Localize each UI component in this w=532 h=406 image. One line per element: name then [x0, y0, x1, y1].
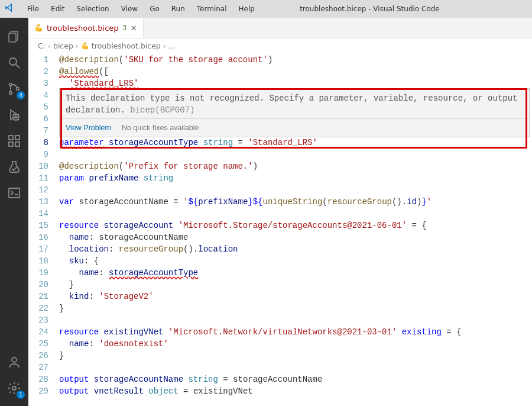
titlebar: File Edit Selection View Go Run Terminal…: [0, 0, 532, 18]
vscode-logo-icon: [5, 3, 14, 15]
menu-run[interactable]: Run: [167, 3, 190, 15]
svg-rect-9: [9, 136, 13, 140]
scm-badge: 4: [17, 91, 25, 99]
window-title: troubleshoot.bicep - Visual Studio Code: [259, 5, 480, 13]
terminal-panel-icon[interactable]: [0, 180, 28, 206]
menu-edit[interactable]: Edit: [46, 3, 69, 15]
menu-help[interactable]: Help: [234, 3, 259, 15]
bicep-file-icon: 💪: [81, 42, 89, 50]
crumb-folder[interactable]: bicep: [53, 41, 73, 50]
close-icon[interactable]: ×: [130, 23, 137, 33]
code-lines[interactable]: @description('SKU for the storage accoun…: [59, 53, 532, 397]
tab-problem-count: 3: [122, 24, 127, 32]
menu-view[interactable]: View: [116, 3, 142, 15]
editor-tabs: 💪 troubleshoot.bicep 3 ×: [28, 18, 532, 38]
menu-bar: File Edit Selection View Go Run Terminal…: [22, 3, 259, 15]
bicep-file-icon: 💪: [34, 24, 43, 32]
svg-point-6: [17, 88, 20, 91]
view-problem-link[interactable]: View Problem: [66, 122, 111, 134]
breadcrumb[interactable]: C: › bicep › 💪 troubleshoot.bicep › ...: [28, 38, 532, 53]
search-icon[interactable]: [0, 50, 28, 76]
editor-area[interactable]: 123 456 789 101112 131415 161718 192021 …: [28, 53, 532, 406]
chevron-right-icon: ›: [48, 41, 51, 50]
svg-rect-11: [15, 142, 20, 146]
chevron-right-icon: ›: [76, 41, 79, 50]
run-debug-icon[interactable]: [0, 102, 28, 128]
svg-rect-1: [9, 33, 16, 42]
activity-bar: 4 1: [0, 18, 28, 406]
chevron-right-icon: ›: [163, 41, 166, 50]
extensions-icon[interactable]: [0, 128, 28, 154]
crumb-file[interactable]: troubleshoot.bicep: [92, 41, 161, 50]
no-quickfix-label: No quick fixes available: [122, 122, 199, 134]
problem-hover: This declaration type is not recognized.…: [59, 88, 530, 137]
source-control-icon[interactable]: 4: [0, 76, 28, 102]
menu-go[interactable]: Go: [145, 3, 164, 15]
svg-rect-13: [9, 188, 20, 198]
menu-selection[interactable]: Selection: [72, 3, 113, 15]
svg-point-15: [12, 386, 16, 390]
svg-line-3: [16, 65, 20, 68]
svg-point-14: [12, 357, 17, 362]
svg-rect-10: [9, 142, 13, 146]
svg-point-5: [9, 92, 12, 95]
settings-badge: 1: [17, 391, 25, 399]
svg-point-2: [9, 58, 17, 65]
menu-file[interactable]: File: [22, 3, 44, 15]
menu-terminal[interactable]: Terminal: [192, 3, 232, 15]
crumb-more[interactable]: ...: [168, 41, 176, 50]
tab-troubleshoot[interactable]: 💪 troubleshoot.bicep 3 ×: [28, 18, 144, 38]
line-gutter: 123 456 789 101112 131415 161718 192021 …: [28, 53, 59, 397]
crumb-root[interactable]: C:: [38, 41, 46, 50]
accounts-icon[interactable]: [0, 349, 28, 375]
svg-point-4: [9, 83, 12, 86]
explorer-icon[interactable]: [0, 24, 28, 50]
settings-gear-icon[interactable]: 1: [0, 375, 28, 401]
tab-filename: troubleshoot.bicep: [47, 24, 119, 33]
svg-rect-12: [15, 136, 20, 140]
testing-icon[interactable]: [0, 154, 28, 180]
problem-code: bicep(BCP007): [130, 105, 194, 115]
